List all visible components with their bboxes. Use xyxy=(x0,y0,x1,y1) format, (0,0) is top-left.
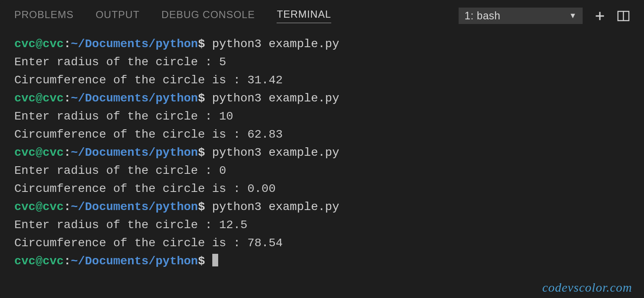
command-text: python3 example.py xyxy=(205,92,339,105)
stdout-line: Circumference of the circle is : 78.54 xyxy=(14,234,630,252)
prompt-user: cvc@cvc xyxy=(14,37,64,51)
prompt-dollar: $ xyxy=(198,255,205,268)
command-text: python3 example.py xyxy=(205,37,339,51)
prompt-colon: : xyxy=(64,146,71,159)
prompt-user: cvc@cvc xyxy=(14,255,64,268)
tab-terminal[interactable]: TERMINAL xyxy=(277,8,331,23)
stdout-line: Circumference of the circle is : 62.83 xyxy=(14,125,630,144)
terminal-cursor xyxy=(212,254,218,266)
prompt-path: ~/Documents/python xyxy=(71,37,198,51)
stdout-line: Circumference of the circle is : 0.00 xyxy=(14,180,630,198)
terminal-output[interactable]: cvc@cvc:~/Documents/python$ python3 exam… xyxy=(0,28,644,298)
terminal-panel: PROBLEMS OUTPUT DEBUG CONSOLE TERMINAL 1… xyxy=(0,0,644,298)
command-text: python3 example.py xyxy=(205,200,339,213)
prompt-colon: : xyxy=(64,200,71,213)
watermark-text: codevscolor.com xyxy=(542,280,632,295)
prompt-dollar: $ xyxy=(198,146,205,159)
prompt-dollar: $ xyxy=(198,37,205,51)
prompt-path: ~/Documents/python xyxy=(71,255,198,268)
panel-tab-actions: 1: bash ▼ xyxy=(459,8,630,24)
chevron-down-icon: ▼ xyxy=(569,11,577,20)
prompt-dollar: $ xyxy=(198,200,205,213)
new-terminal-button[interactable] xyxy=(594,11,605,21)
command-text: python3 example.py xyxy=(205,146,339,159)
stdout-line: Circumference of the circle is : 31.42 xyxy=(14,71,630,89)
prompt-user: cvc@cvc xyxy=(14,146,64,159)
stdin-line: Enter radius of the circle : 5 xyxy=(14,53,630,71)
prompt-path: ~/Documents/python xyxy=(71,200,198,213)
prompt-user: cvc@cvc xyxy=(14,200,64,213)
prompt-user: cvc@cvc xyxy=(14,92,64,105)
stdin-line: Enter radius of the circle : 12.5 xyxy=(14,216,630,234)
stdin-line: Enter radius of the circle : 10 xyxy=(14,107,630,125)
prompt-colon: : xyxy=(64,37,71,51)
prompt-colon: : xyxy=(64,255,71,268)
prompt-path: ~/Documents/python xyxy=(71,92,198,105)
tab-output[interactable]: OUTPUT xyxy=(95,9,140,23)
plus-icon xyxy=(594,11,605,21)
split-terminal-button[interactable] xyxy=(617,11,630,21)
prompt-colon: : xyxy=(64,92,71,105)
terminal-shell-select-label: 1: bash xyxy=(465,10,501,22)
prompt-path: ~/Documents/python xyxy=(71,146,198,159)
panel-tab-bar: PROBLEMS OUTPUT DEBUG CONSOLE TERMINAL 1… xyxy=(0,0,644,28)
terminal-shell-select[interactable]: 1: bash ▼ xyxy=(459,8,583,24)
prompt-dollar: $ xyxy=(198,92,205,105)
tab-problems[interactable]: PROBLEMS xyxy=(14,9,74,23)
stdin-line: Enter radius of the circle : 0 xyxy=(14,162,630,180)
tab-debug-console[interactable]: DEBUG CONSOLE xyxy=(161,9,255,23)
split-horizontal-icon xyxy=(617,11,630,21)
